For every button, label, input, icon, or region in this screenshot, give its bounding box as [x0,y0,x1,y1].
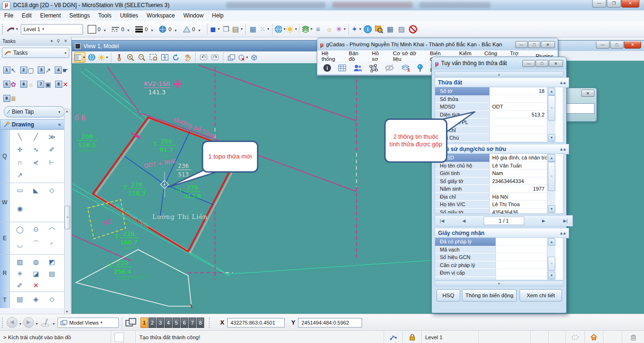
tool-modify[interactable]: 7▣ [36,75,53,88]
line-weight-picker[interactable]: 0 [135,25,153,33]
maximize-button[interactable]: □ [536,60,548,67]
close-button[interactable]: ✕ [549,60,563,67]
collapse-chevron-icon[interactable]: « [58,123,63,126]
accudraw-button[interactable]: ✳ [335,24,347,35]
users-icon[interactable] [353,64,363,72]
drawing-section-header[interactable]: Drawing « [0,119,65,130]
details-button[interactable] [274,24,286,35]
tool-icon[interactable]: ◡ [12,238,28,250]
scrollbar[interactable]: ▲ ≡ ▼ [547,154,555,213]
compass-button[interactable]: ✦ [351,24,362,35]
tool-icon[interactable]: ▤ [12,293,28,305]
locks-cell[interactable] [403,331,422,343]
table-row[interactable]: Số giấy tờ23463464334 [435,177,547,185]
line-style-picker[interactable]: 0 [111,25,129,33]
menu-co-so-du-lieu[interactable]: Cơ sở dữ liệu [388,50,425,62]
copy-view-button[interactable] [226,52,237,62]
restore-button[interactable]: ❐ [607,0,621,8]
menu-he-thong[interactable]: Hệ thống [317,50,345,62]
y-coordinate-field[interactable]: 2451494:484:0.5962 [298,318,362,327]
view-toggle-4[interactable]: 4 [165,318,172,328]
table-row[interactable]: Diện tích PL [435,118,547,126]
level-display-button[interactable]: ≡ [313,24,324,35]
raster-manager-button[interactable]: ▦ [248,24,259,35]
view-brightness-button[interactable] [98,52,108,62]
menu-edit[interactable]: Edit [17,10,36,21]
grid-button[interactable]: ▦ [385,24,396,35]
maximize-button[interactable]: □ [528,41,540,48]
scroll-thumb[interactable]: ≡ [548,162,555,191]
dialog-titlebar[interactable]: µ Tuy vấn thông tin thửa đất — □ ✕ [432,57,566,69]
tool-measure[interactable]: 9≣ [1,90,18,102]
x-coordinate-field[interactable]: 432275:863:0.4501 [227,318,285,327]
menu-ban-do[interactable]: Bản đồ [345,50,368,62]
clip-volume-button[interactable] [238,52,248,62]
scroll-down-icon[interactable]: ▼ [65,310,69,313]
fence-cell[interactable] [566,331,585,343]
xem-chi-tiet-button[interactable]: Xem chi tiết [520,289,562,301]
disable-button[interactable] [407,24,419,35]
table-row[interactable]: Địa chỉ [435,126,547,134]
fence-lookup-button[interactable] [373,24,385,35]
table-row[interactable]: Số thửa [435,95,547,103]
cells-button[interactable]: ☼ [324,24,335,35]
toolbar-grip[interactable] [2,318,5,328]
table-icon[interactable] [338,64,347,72]
scrollbar[interactable]: ▲ ≡ ▼ [547,87,555,142]
tool-icon[interactable]: ◯ [12,223,28,235]
collapse-splitter[interactable]: ▲ [435,71,563,77]
info-button[interactable]: i [362,24,373,35]
bien-tap-section[interactable]: ∕ Bien Tap [4,106,65,117]
text-field[interactable] [564,103,594,114]
section-chu-su-dung-header[interactable]: Chủ sử dụng/chủ sở hữu ▲▲ [435,144,569,154]
fit-view-button[interactable] [159,52,170,62]
first-page-button[interactable]: |◀ [440,218,444,223]
zoom-in-button[interactable] [125,52,136,62]
multi-view-icon[interactable] [125,318,137,328]
active-element-template-button[interactable] [7,24,18,35]
tool-icon[interactable]: ✐ [44,143,60,155]
minimize-button[interactable]: — [515,41,528,48]
menu-help[interactable]: Help [208,10,228,21]
thong-tin-bien-dong-button[interactable]: Thông tin biến động [462,289,517,301]
clip-mask-button[interactable] [249,52,259,62]
menu-workspace[interactable]: Workspace [142,10,179,21]
tool-icon[interactable]: ⋞ [28,156,44,168]
tool-icon[interactable]: ▨ [12,256,28,268]
tool-icon[interactable]: ◈ [28,293,44,305]
menu-element[interactable]: Element [36,10,65,21]
table-row[interactable]: Đơn vị cấp [435,269,547,277]
scroll-down-icon[interactable]: ▼ [548,134,555,142]
tool-icon[interactable]: ✛ [12,143,28,155]
tool-icon[interactable]: ✳ [12,268,28,279]
tool-delete[interactable]: 8✕ [53,75,70,88]
tool-select[interactable]: 1↖ [1,61,18,74]
minimize-button[interactable]: — [522,60,535,67]
view-display-mode-button[interactable] [86,52,97,62]
view-toggle-3[interactable]: 3 [157,318,164,328]
view-toggle-6[interactable]: 6 [181,318,188,328]
tool-icon[interactable]: ◣ [28,184,44,196]
hide-eye-icon[interactable] [385,64,394,72]
pan-view-button[interactable] [182,52,192,62]
table-row[interactable]: Diện tích513.2 [435,111,547,119]
dgn-index-cell[interactable] [622,331,644,343]
active-level-combo[interactable]: Level 1 [21,24,83,34]
scroll-thumb[interactable]: ≡ [548,95,555,121]
tool-icon[interactable]: ◉ [12,202,28,214]
maximize-button[interactable]: □ [610,42,624,49]
tool-icon[interactable]: ▤ [44,268,60,279]
scroll-down-icon[interactable]: ▼ [548,272,555,279]
tool-icon[interactable]: ⊢ [44,156,60,168]
tool-pan[interactable]: 4☛ [53,61,70,74]
table-row[interactable]: Đã có pháp lý [435,238,547,246]
tool-icon[interactable]: ◩ [44,256,60,268]
tool-icon[interactable]: ⊙ [28,223,44,235]
tool-icon[interactable]: ◪ [28,268,44,279]
toolbar-grip[interactable] [2,24,5,34]
scroll-up-icon[interactable]: ▲ [548,154,555,162]
menu-window[interactable]: Window [179,10,208,21]
close-button[interactable]: ✕ [624,42,641,49]
table-row[interactable]: Địa chỉHà Nội [435,193,547,201]
tool-icon[interactable]: ◠ [44,223,60,235]
